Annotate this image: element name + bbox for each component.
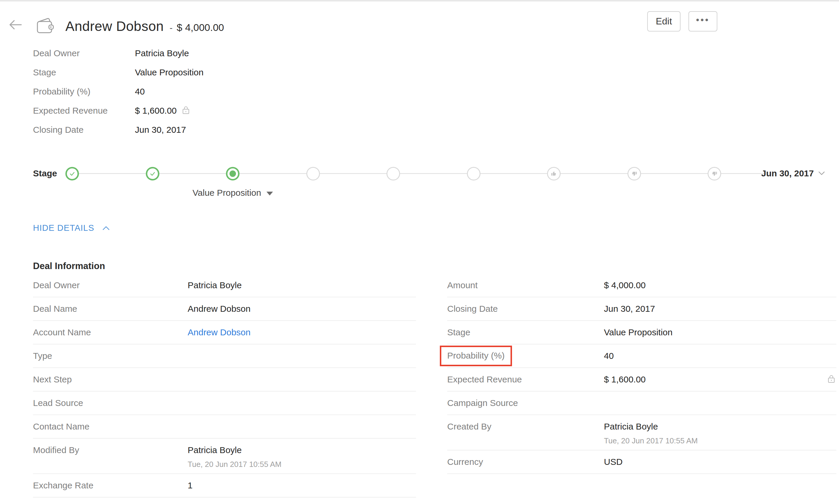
current-stage-dropdown[interactable]: Value Proposition (193, 188, 273, 198)
field-label: Expected Revenue (33, 106, 135, 116)
row-account-name: Account Name Andrew Dobson (33, 321, 416, 344)
deal-info-right-column: Amount $ 4,000.00 Closing Date Jun 30, 2… (447, 274, 836, 498)
row-next-step: Next Step (33, 368, 416, 392)
field-label: Closing Date (447, 304, 604, 314)
row-amount: Amount $ 4,000.00 (447, 274, 836, 297)
stage-step-4[interactable] (307, 167, 320, 180)
field-value: Jun 30, 2017 (604, 304, 655, 314)
field-value: USD (604, 457, 623, 467)
stage-step-won[interactable] (547, 167, 561, 180)
check-icon (149, 170, 156, 178)
field-label: Deal Name (33, 304, 188, 314)
deal-amount: $ 4,000.00 (177, 22, 224, 33)
section-title: Deal Information (33, 261, 836, 274)
field-label: Probability (%) (447, 346, 604, 366)
stage-step-5[interactable] (386, 167, 400, 180)
summary-row-probability: Probability (%) 40 (33, 82, 204, 101)
row-lead-source: Lead Source (33, 392, 416, 415)
deal-information-section: Deal Information Deal Owner Patricia Boy… (33, 261, 836, 498)
thumbs-down-icon (711, 170, 718, 178)
top-edge-divider (0, 0, 839, 1)
stage-track-steps (65, 167, 721, 180)
field-value: $ 1,600.00 (135, 106, 177, 116)
row-closing-date: Closing Date Jun 30, 2017 (447, 297, 836, 321)
row-deal-name: Deal Name Andrew Dobson (33, 297, 416, 321)
row-deal-owner: Deal Owner Patricia Boyle (33, 274, 416, 297)
closing-date-dropdown[interactable]: Jun 30, 2017 (761, 168, 825, 178)
highlight-box: Probability (%) (440, 346, 512, 366)
stage-step-lost-1[interactable] (628, 167, 641, 180)
column-spacer (416, 274, 447, 498)
field-value: Value Proposition (604, 327, 672, 337)
closing-date-value: Jun 30, 2017 (761, 168, 814, 178)
stage-step-1-done[interactable] (65, 167, 79, 180)
thumbs-down-icon (630, 170, 638, 178)
hide-details-toggle[interactable]: HIDE DETAILS (33, 223, 109, 233)
wallet-icon (35, 16, 55, 35)
field-value: Patricia Boyle (188, 280, 242, 290)
lock-icon (827, 375, 835, 384)
row-currency: Currency USD (447, 450, 836, 474)
more-actions-button[interactable]: ••• (688, 11, 717, 32)
stage-tracker (65, 167, 721, 180)
field-label: Modified By (33, 445, 188, 455)
field-value: Andrew Dobson (188, 304, 250, 314)
thumbs-up-icon (550, 170, 558, 178)
field-value: Patricia Boyle (188, 445, 282, 455)
field-label: Lead Source (33, 398, 188, 408)
deal-header: Andrew Dobson - $ 4,000.00 (65, 18, 224, 34)
field-label: Created By (447, 421, 604, 432)
stage-tracker-label: Stage (33, 168, 57, 178)
field-label: Closing Date (33, 125, 135, 135)
field-label: Deal Owner (33, 280, 188, 290)
field-value: Patricia Boyle (135, 48, 189, 58)
hide-details-label: HIDE DETAILS (33, 223, 94, 233)
field-value: $ 4,000.00 (604, 280, 646, 290)
back-button[interactable] (8, 18, 22, 32)
field-label: Stage (447, 327, 604, 337)
summary-row-closing-date: Closing Date Jun 30, 2017 (33, 120, 204, 139)
field-label: Stage (33, 68, 135, 77)
row-exchange-rate: Exchange Rate 1 (33, 474, 416, 498)
field-label: Expected Revenue (447, 375, 604, 384)
field-subvalue: Tue, 20 Jun 2017 10:55 AM (604, 436, 698, 446)
arrow-left-icon (8, 18, 22, 32)
field-value: 40 (135, 87, 145, 96)
summary-row-expected-revenue: Expected Revenue $ 1,600.00 (33, 101, 204, 120)
field-label: Type (33, 351, 188, 361)
stage-step-lost-2[interactable] (707, 167, 721, 180)
field-label: Amount (447, 280, 604, 290)
current-stage-label: Value Proposition (193, 188, 261, 198)
row-contact-name: Contact Name (33, 415, 416, 439)
field-label: Contact Name (33, 421, 188, 432)
field-value: Value Proposition (135, 68, 204, 77)
field-value: Patricia Boyle (604, 421, 698, 432)
account-name-link[interactable]: Andrew Dobson (188, 327, 250, 337)
row-campaign-source: Campaign Source (447, 392, 836, 415)
field-value: 1 (188, 481, 193, 490)
deal-summary: Deal Owner Patricia Boyle Stage Value Pr… (33, 43, 204, 139)
row-created-by: Created By Patricia Boyle Tue, 20 Jun 20… (447, 415, 836, 450)
field-label: Account Name (33, 327, 188, 337)
row-type: Type (33, 344, 416, 368)
row-modified-by: Modified By Patricia Boyle Tue, 20 Jun 2… (33, 439, 416, 474)
field-label-text: Probability (%) (447, 350, 505, 360)
field-value: $ 1,600.00 (604, 375, 646, 384)
page-title: Andrew Dobson (65, 18, 164, 34)
caret-down-icon (266, 192, 273, 196)
field-subvalue: Tue, 20 Jun 2017 10:55 AM (188, 460, 282, 469)
summary-row-stage: Stage Value Proposition (33, 63, 204, 82)
row-expected-revenue: Expected Revenue $ 1,600.00 (447, 368, 836, 392)
summary-row-deal-owner: Deal Owner Patricia Boyle (33, 43, 204, 63)
deal-info-left-column: Deal Owner Patricia Boyle Deal Name Andr… (33, 274, 416, 498)
field-value: Jun 30, 2017 (135, 125, 186, 135)
current-stage-dot (229, 170, 236, 177)
edit-button[interactable]: Edit (647, 11, 681, 32)
stage-step-3-current[interactable] (226, 167, 240, 180)
stage-step-2-done[interactable] (146, 167, 159, 180)
stage-step-6[interactable] (467, 167, 480, 180)
field-label: Currency (447, 457, 604, 467)
chevron-down-icon (818, 171, 825, 176)
check-icon (68, 170, 76, 178)
field-label: Campaign Source (447, 398, 604, 408)
